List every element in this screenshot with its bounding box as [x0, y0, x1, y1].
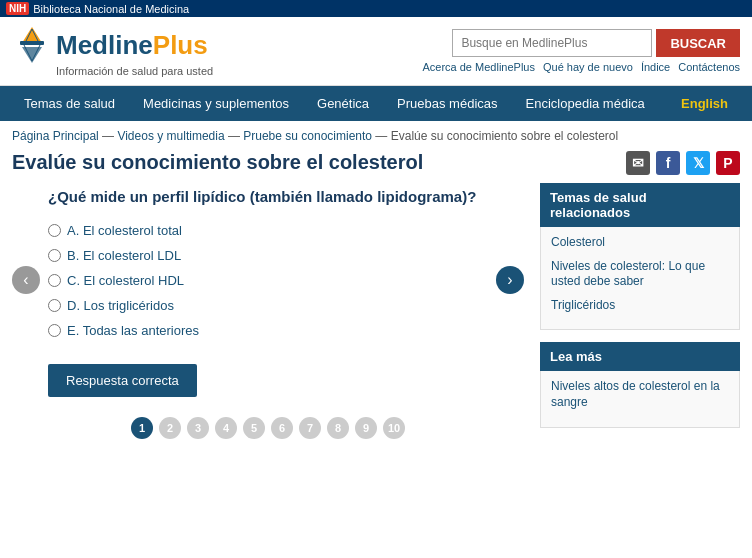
search-area: BUSCAR Acerca de MedlinePlus Qué hay de … [422, 29, 740, 73]
option-row-c: C. El colesterol HDL [48, 273, 488, 288]
page-dot-2[interactable]: 2 [159, 417, 181, 439]
svg-rect-2 [20, 41, 44, 45]
page-title: Evalúe su conocimiento sobre el colester… [12, 151, 524, 174]
option-row-a: A. El colesterol total [48, 223, 488, 238]
index-link[interactable]: Índice [641, 61, 670, 73]
breadcrumb-quiz[interactable]: Pruebe su conocimiento [243, 129, 372, 143]
related-link-colesterol[interactable]: Colesterol [551, 235, 729, 251]
main: Evalúe su conocimiento sobre el colester… [0, 151, 752, 452]
breadcrumb-home[interactable]: Página Principal [12, 129, 99, 143]
social-icons: ✉ f 𝕏 P [540, 151, 740, 175]
twitter-share-icon[interactable]: 𝕏 [686, 151, 710, 175]
option-row-b: B. El colesterol LDL [48, 248, 488, 263]
nav-item-medicines[interactable]: Medicinas y suplementos [129, 86, 303, 121]
option-radio-e[interactable] [48, 324, 61, 337]
related-topics-section: Temas de salud relacionados Colesterol N… [540, 183, 740, 330]
breadcrumb-videos[interactable]: Videos y multimedia [117, 129, 224, 143]
logo-name-part2: Plus [153, 30, 208, 60]
read-more-section: Lea más Niveles altos de colesterol en l… [540, 342, 740, 427]
pinterest-share-icon[interactable]: P [716, 151, 740, 175]
nav-item-encyclopedia[interactable]: Enciclopedia médica [512, 86, 659, 121]
medlineplus-logo-icon [12, 25, 52, 65]
option-label-a: A. El colesterol total [67, 223, 182, 238]
page-dot-1[interactable]: 1 [131, 417, 153, 439]
read-more-links: Niveles altos de colesterol en la sangre [540, 371, 740, 427]
page-dot-10[interactable]: 10 [383, 417, 405, 439]
option-radio-b[interactable] [48, 249, 61, 262]
top-bar: NIH Biblioteca Nacional de Medicina [0, 0, 752, 17]
nav: Temas de salud Medicinas y suplementos G… [0, 86, 752, 121]
search-button[interactable]: BUSCAR [656, 29, 740, 57]
logo-tagline: Información de salud para usted [56, 65, 213, 77]
search-row: BUSCAR [452, 29, 740, 57]
quiz-content: ¿Qué mide un perfil lipídico (también ll… [48, 186, 488, 439]
email-share-icon[interactable]: ✉ [626, 151, 650, 175]
option-radio-d[interactable] [48, 299, 61, 312]
next-button[interactable]: › [496, 266, 524, 294]
option-label-c: C. El colesterol HDL [67, 273, 184, 288]
library-name: Biblioteca Nacional de Medicina [33, 3, 189, 15]
nav-english[interactable]: English [667, 86, 742, 121]
facebook-share-icon[interactable]: f [656, 151, 680, 175]
correct-answer-button[interactable]: Respuesta correcta [48, 364, 197, 397]
quiz-wrapper: ‹ ¿Qué mide un perfil lipídico (también … [12, 186, 524, 439]
page-dot-4[interactable]: 4 [215, 417, 237, 439]
prev-button[interactable]: ‹ [12, 266, 40, 294]
nav-item-health-topics[interactable]: Temas de salud [10, 86, 129, 121]
option-row-e: E. Todas las anteriores [48, 323, 488, 338]
related-topics-title: Temas de salud relacionados [540, 183, 740, 227]
page-dot-7[interactable]: 7 [299, 417, 321, 439]
read-more-title: Lea más [540, 342, 740, 371]
page-dot-3[interactable]: 3 [187, 417, 209, 439]
nih-logo: NIH [6, 2, 29, 15]
pagination: 12345678910 [48, 417, 488, 439]
option-radio-a[interactable] [48, 224, 61, 237]
option-label-d: D. Los triglicéridos [67, 298, 174, 313]
logo-area: MedlinePlus Información de salud para us… [12, 25, 213, 77]
breadcrumb: Página Principal — Videos y multimedia —… [0, 121, 752, 151]
contact-link[interactable]: Contáctenos [678, 61, 740, 73]
option-label-b: B. El colesterol LDL [67, 248, 181, 263]
page-dot-8[interactable]: 8 [327, 417, 349, 439]
related-topics-links: Colesterol Niveles de colesterol: Lo que… [540, 227, 740, 330]
question-text: ¿Qué mide un perfil lipídico (también ll… [48, 186, 488, 207]
option-row-d: D. Los triglicéridos [48, 298, 488, 313]
header: MedlinePlus Información de salud para us… [0, 17, 752, 86]
whats-new-link[interactable]: Qué hay de nuevo [543, 61, 633, 73]
search-input[interactable] [452, 29, 652, 57]
logo-text: MedlinePlus [12, 25, 213, 65]
content-area: Evalúe su conocimiento sobre el colester… [12, 151, 524, 440]
option-radio-c[interactable] [48, 274, 61, 287]
breadcrumb-current: Evalúe su conocimiento sobre el colester… [391, 129, 618, 143]
logo-name-part1: Medline [56, 30, 153, 60]
about-link[interactable]: Acerca de MedlinePlus [422, 61, 535, 73]
option-label-e: E. Todas las anteriores [67, 323, 199, 338]
nav-item-genetics[interactable]: Genética [303, 86, 383, 121]
header-links: Acerca de MedlinePlus Qué hay de nuevo Í… [422, 61, 740, 73]
page-dot-9[interactable]: 9 [355, 417, 377, 439]
sidebar: ✉ f 𝕏 P Temas de salud relacionados Cole… [540, 151, 740, 440]
read-more-link-1[interactable]: Niveles altos de colesterol en la sangre [551, 379, 729, 410]
related-link-trigliceridos[interactable]: Triglicéridos [551, 298, 729, 314]
page-dot-5[interactable]: 5 [243, 417, 265, 439]
related-link-niveles[interactable]: Niveles de colesterol: Lo que usted debe… [551, 259, 729, 290]
nav-item-medical-tests[interactable]: Pruebas médicas [383, 86, 511, 121]
logo-name: MedlinePlus [56, 30, 208, 61]
page-dot-6[interactable]: 6 [271, 417, 293, 439]
